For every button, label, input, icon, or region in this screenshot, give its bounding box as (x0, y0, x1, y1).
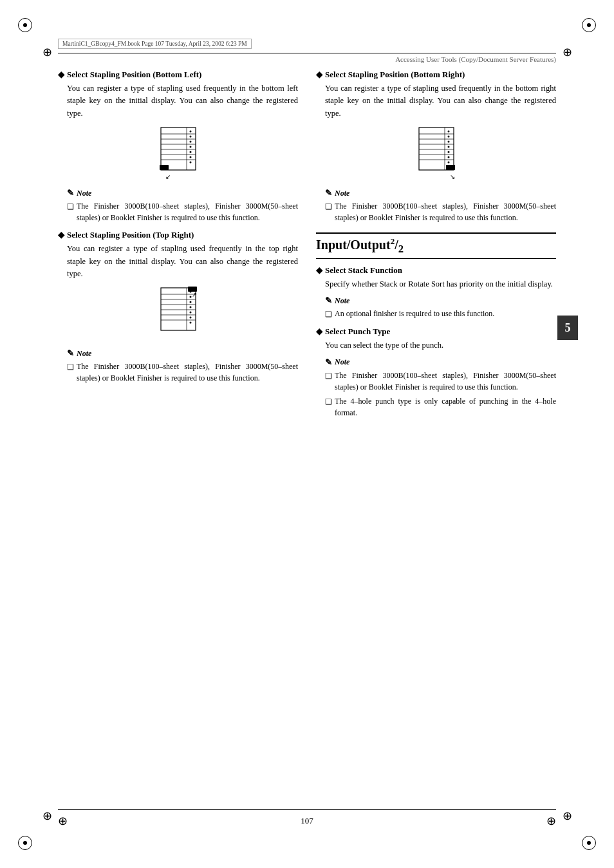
section-heading-stapling-bottom-left: ◆ Select Stapling Position (Bottom Left) (58, 70, 298, 80)
svg-point-48 (447, 162, 449, 164)
section-heading-stapling-top-right: ◆ Select Stapling Position (Top Right) (58, 230, 298, 240)
note-label-2: ✎ Note (67, 348, 298, 359)
section-stapling-bottom-right: ◆ Select Stapling Position (Bottom Right… (316, 70, 556, 223)
note-bullet-2: ❏ (67, 361, 74, 373)
diamond-icon-5: ◆ (316, 326, 322, 337)
heading-text-top-right: Select Stapling Position (Top Right) (67, 230, 194, 240)
section-heading-punch-type: ◆ Select Punch Type (316, 326, 556, 337)
svg-text:↗: ↗ (192, 291, 197, 298)
cross-mark-tr (560, 45, 574, 59)
section-stapling-top-right: ◆ Select Stapling Position (Top Right) Y… (58, 230, 298, 384)
section-body-stapling-bottom-right: You can register a type of stapling used… (325, 82, 556, 120)
note-punch-type: ✎ Note ❏ The Finisher 3000B(100–sheet st… (325, 357, 556, 419)
svg-point-8 (189, 131, 191, 133)
io-heading: Input/Output2/2 (316, 232, 556, 259)
reg-mark-tr (582, 18, 596, 32)
note-text-stack-function: ❏ An optional finisher is required to us… (325, 308, 556, 320)
diamond-icon-2: ◆ (58, 230, 64, 240)
file-info: MartiniC1_GBcopy4_FM.book Page 107 Tuesd… (58, 39, 252, 49)
diamond-icon: ◆ (58, 70, 64, 80)
section-body-punch-type: You can select the type of the punch. (325, 339, 556, 352)
svg-point-46 (447, 151, 449, 153)
note-label-5: ✎ Note (325, 357, 556, 368)
svg-point-13 (189, 156, 191, 158)
note-bullet: ❏ (67, 201, 74, 212)
note-stapling-top-right: ✎ Note ❏ The Finisher 3000B(100–sheet st… (67, 348, 298, 384)
note-bullet-3: ❏ (325, 201, 332, 212)
note-bullet-4: ❏ (325, 308, 332, 320)
section-body-stapling-bottom-left: You can register a type of stapling used… (67, 82, 298, 120)
stapler-svg-bottom-left: ↙ (156, 125, 201, 182)
svg-point-14 (189, 162, 191, 164)
section-stapling-bottom-left: ◆ Select Stapling Position (Bottom Left)… (58, 70, 298, 223)
section-body-stack-function: Specify whether Stack or Rotate Sort has… (325, 278, 556, 290)
note-text-stapling-bottom-left: ❏ The Finisher 3000B(100–sheet staples),… (67, 200, 298, 223)
svg-point-11 (189, 146, 191, 148)
svg-rect-15 (160, 165, 169, 170)
svg-text:↙: ↙ (165, 173, 171, 180)
note-pencil-icon-2: ✎ (67, 348, 74, 359)
stapler-svg-bottom-right: ↘ (414, 125, 459, 182)
section-body-stapling-top-right: You can register a type of stapling used… (67, 243, 298, 280)
left-column: ◆ Select Stapling Position (Bottom Left)… (58, 70, 298, 425)
note-stack-function: ✎ Note ❏ An optional finisher is require… (325, 296, 556, 320)
note-pencil-icon: ✎ (67, 188, 74, 198)
svg-text:↘: ↘ (450, 173, 455, 180)
io-superscript: 2 (391, 236, 395, 246)
side-tab: 5 (557, 316, 578, 340)
page: MartiniC1_GBcopy4_FM.book Page 107 Tuesd… (0, 0, 614, 868)
svg-point-47 (447, 156, 449, 158)
footer: ⊕ 107 ⊕ (58, 809, 556, 828)
svg-point-45 (447, 146, 449, 148)
heading-text-bottom-right: Select Stapling Position (Bottom Right) (325, 70, 465, 80)
two-column-layout: ◆ Select Stapling Position (Bottom Left)… (58, 70, 556, 425)
note-bullet-6: ❏ (325, 396, 332, 408)
note-bullet-5: ❏ (325, 370, 332, 382)
diagram-bottom-left: ↙ (58, 125, 298, 182)
svg-rect-49 (446, 165, 455, 170)
svg-point-42 (447, 131, 449, 133)
note-stapling-bottom-right: ✎ Note ❏ The Finisher 3000B(100–sheet st… (325, 188, 556, 223)
note-text-punch-type-2: ❏ The 4–hole punch type is only capable … (325, 395, 556, 419)
note-pencil-icon-5: ✎ (325, 357, 332, 368)
svg-point-44 (447, 141, 449, 143)
note-text-punch-type-1: ❏ The Finisher 3000B(100–sheet staples),… (325, 370, 556, 393)
note-text-stapling-bottom-right: ❏ The Finisher 3000B(100–sheet staples),… (325, 200, 556, 223)
page-number: 107 (301, 816, 313, 826)
section-heading-stapling-bottom-right: ◆ Select Stapling Position (Bottom Right… (316, 70, 556, 80)
section-select-punch-type: ◆ Select Punch Type You can select the t… (316, 326, 556, 418)
cross-mark-tl (40, 45, 54, 59)
diamond-icon-4: ◆ (316, 265, 322, 276)
svg-point-29 (189, 312, 191, 314)
content: ◆ Select Stapling Position (Bottom Left)… (58, 70, 556, 797)
note-label-4: ✎ Note (325, 296, 556, 306)
note-pencil-icon-4: ✎ (325, 296, 332, 306)
io-section: Input/Output2/2 ◆ Select Stack Function … (316, 232, 556, 418)
heading-text: Select Stapling Position (Bottom Left) (67, 70, 201, 80)
right-column: ◆ Select Stapling Position (Bottom Right… (316, 70, 556, 425)
footer-crossmark-right: ⊕ (546, 814, 556, 828)
diagram-bottom-right: ↘ (316, 125, 556, 182)
cross-mark-br (560, 809, 574, 823)
stapler-svg-top-right: ↗ (156, 285, 201, 342)
note-text-stapling-top-right: ❏ The Finisher 3000B(100–sheet staples),… (67, 361, 298, 384)
note-stapling-bottom-left: ✎ Note ❏ The Finisher 3000B(100–sheet st… (67, 188, 298, 223)
reg-mark-bl (18, 836, 32, 850)
reg-mark-tl (18, 18, 32, 32)
note-label-3: ✎ Note (325, 188, 556, 198)
heading-text-punch-type: Select Punch Type (325, 326, 390, 337)
diagram-top-right: ↗ (58, 285, 298, 342)
cross-mark-bl (40, 809, 54, 823)
svg-point-43 (447, 136, 449, 138)
header: MartiniC1_GBcopy4_FM.book Page 107 Tuesd… (58, 39, 556, 63)
section-heading-stack-function: ◆ Select Stack Function (316, 265, 556, 276)
svg-point-31 (189, 322, 191, 324)
reg-mark-br (582, 836, 596, 850)
heading-text-stack-function: Select Stack Function (325, 265, 402, 276)
svg-point-9 (189, 136, 191, 138)
svg-point-12 (189, 151, 191, 153)
io-subscript: 2 (398, 243, 404, 255)
note-label: ✎ Note (67, 188, 298, 198)
svg-point-28 (189, 307, 191, 308)
header-title: Accessing User Tools (Copy/Document Serv… (58, 55, 556, 63)
